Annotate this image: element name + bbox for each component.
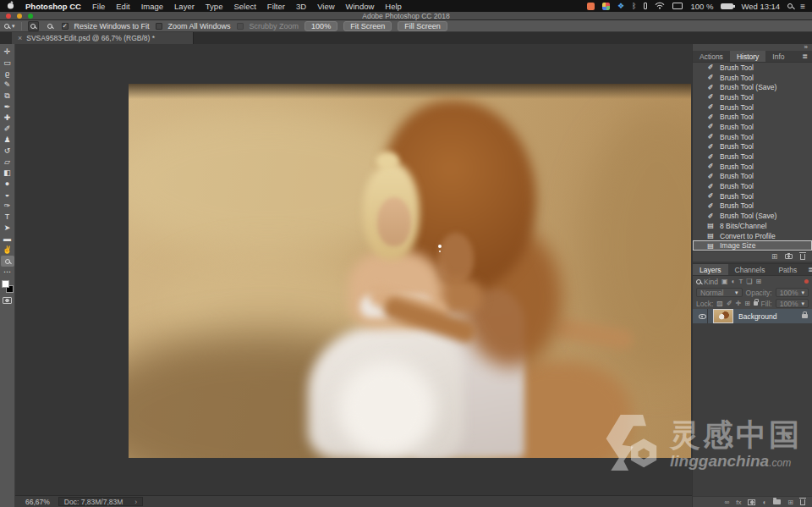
menu-clock[interactable]: Wed 13:14 (741, 2, 780, 11)
status-zoom-level[interactable]: 66,67% (25, 498, 50, 506)
notification-center-icon[interactable]: ≡ (800, 2, 805, 11)
history-step[interactable]: ✐Brush Tool (693, 162, 812, 172)
tab-info[interactable]: Info (765, 51, 791, 62)
lock-move-icon[interactable]: ✛ (736, 300, 742, 307)
history-step[interactable]: ▤Convert to Profile (693, 231, 812, 241)
tab-actions[interactable]: Actions (693, 51, 730, 62)
statusbar-app-icon-blue[interactable]: ❖ (617, 3, 624, 10)
layer-row-background[interactable]: Background (693, 309, 812, 323)
history-step[interactable]: ✐Brush Tool (693, 63, 812, 73)
zoom-100-button[interactable]: 100% (304, 21, 337, 31)
filter-kind-select[interactable]: Kind (696, 278, 718, 286)
menu-item-file[interactable]: File (92, 2, 105, 11)
document-tab[interactable]: × SVSA9583-Edit.psd @ 66,7% (RGB/8) * (12, 32, 194, 44)
menu-item-window[interactable]: Window (346, 2, 375, 11)
status-menu-arrow-icon[interactable]: › (134, 498, 137, 506)
document-info-box[interactable]: Doc: 7,83M/7,83M › (58, 497, 143, 506)
menu-item-3d[interactable]: 3D (296, 2, 306, 11)
apple-menu-icon[interactable] (7, 1, 14, 11)
menu-item-app[interactable]: Photoshop CC (25, 2, 81, 11)
crop-tool[interactable]: ⧉ (1, 91, 14, 102)
color-swatches[interactable] (2, 280, 14, 293)
history-step[interactable]: ✐Brush Tool (693, 112, 812, 122)
lock-transparency-icon[interactable]: ▨ (716, 300, 723, 307)
filter-adjustment-icon[interactable]: ◐ (732, 278, 736, 285)
collapse-panels-icon[interactable]: » (804, 44, 808, 51)
lock-all-icon[interactable] (754, 301, 758, 306)
opacity-select[interactable]: 100% ▾ (776, 288, 809, 297)
filter-toggle-red-dot[interactable] (804, 279, 809, 284)
statusbar-app-icon-orange[interactable] (587, 3, 595, 10)
layer-thumbnail[interactable] (713, 309, 733, 323)
add-layer-mask-icon[interactable] (748, 499, 755, 505)
filter-shape-icon[interactable]: ❏ (746, 278, 752, 285)
gradient-tool[interactable]: ◧ (1, 168, 14, 179)
path-selection-tool[interactable]: ➤ (1, 223, 14, 234)
hand-tool[interactable]: ✌ (1, 245, 14, 256)
eyedropper-tool[interactable]: ✒ (1, 102, 14, 113)
zoom-tool-selected[interactable] (1, 256, 14, 267)
canvas-area[interactable] (15, 44, 692, 495)
healing-brush-tool[interactable]: ✚ (1, 113, 14, 124)
tab-layers[interactable]: Layers (693, 264, 728, 275)
history-step[interactable]: ✐Brush Tool (693, 122, 812, 132)
blend-mode-select[interactable]: Normal ▾ (696, 288, 743, 297)
fill-screen-button[interactable]: Fill Screen (398, 21, 447, 31)
zoom-in-button[interactable] (28, 21, 39, 31)
new-layer-icon[interactable]: ⊞ (787, 499, 793, 506)
menu-item-image[interactable]: Image (141, 2, 163, 11)
menu-item-type[interactable]: Type (206, 2, 223, 11)
tab-channels[interactable]: Channels (728, 264, 772, 275)
marquee-tool[interactable]: ▭ (1, 58, 14, 69)
layer-visibility-cell[interactable] (697, 309, 708, 323)
wifi-icon[interactable] (655, 2, 665, 11)
statusbar-app-icon-grid[interactable] (602, 3, 610, 10)
filter-pixel-icon[interactable]: ▣ (721, 278, 728, 285)
shape-tool[interactable]: ▬ (1, 234, 14, 245)
bluetooth-icon[interactable]: ᛒ (632, 2, 636, 10)
history-step[interactable]: ✐Brush Tool (693, 191, 812, 201)
filter-type-icon[interactable]: T (738, 278, 743, 285)
menu-item-filter[interactable]: Filter (267, 2, 285, 11)
history-step[interactable]: ✐Brush Tool (693, 172, 812, 182)
adjustment-layer-icon[interactable]: ◐ (762, 499, 766, 506)
panel-menu-icon[interactable]: ≣ (798, 51, 812, 62)
lasso-tool[interactable]: ϱ (1, 69, 14, 80)
foreground-color-swatch[interactable] (2, 280, 9, 288)
menu-item-layer[interactable]: Layer (174, 2, 195, 11)
type-tool[interactable]: T (1, 212, 14, 223)
pen-tool[interactable]: ✑ (1, 201, 14, 212)
close-tab-icon[interactable]: × (18, 34, 22, 42)
history-step[interactable]: ✐Brush Tool (693, 142, 812, 152)
history-step[interactable]: ✐Brush Tool (693, 73, 812, 83)
brush-tool[interactable]: ✐ (1, 124, 14, 135)
eraser-tool[interactable]: ▱ (1, 157, 14, 168)
tab-paths[interactable]: Paths (771, 264, 804, 275)
history-step[interactable]: ✐Brush Tool (693, 201, 812, 212)
history-step[interactable]: ✐Brush Tool (693, 102, 812, 113)
history-brush-tool[interactable]: ↺ (1, 146, 14, 157)
zoom-out-button[interactable] (45, 21, 56, 31)
delete-layer-trash-icon[interactable] (800, 499, 805, 505)
spotlight-search-icon[interactable] (787, 3, 793, 8)
zoom-all-windows-checkbox[interactable] (156, 23, 162, 30)
move-tool[interactable]: ✛ (1, 47, 14, 58)
fit-screen-button[interactable]: Fit Screen (343, 21, 392, 31)
display-icon[interactable] (672, 3, 683, 9)
menu-item-help[interactable]: Help (385, 2, 402, 11)
new-snapshot-camera-icon[interactable] (785, 254, 793, 259)
tab-history[interactable]: History (730, 51, 765, 62)
blur-tool[interactable]: ● (1, 179, 14, 190)
active-tool-chip[interactable]: ▾ (4, 23, 15, 30)
history-step[interactable]: ✐Brush Tool (Save) (693, 82, 812, 92)
lock-artboard-icon[interactable]: ⊞ (744, 300, 750, 307)
quick-selection-tool[interactable]: ✎ (1, 80, 14, 91)
clone-stamp-tool[interactable]: ♟ (1, 135, 14, 146)
panel-menu-icon[interactable]: ≣ (804, 264, 812, 275)
history-step[interactable]: ✐Brush Tool (693, 92, 812, 102)
new-document-from-state-icon[interactable]: ⊞ (771, 252, 777, 261)
device-battery-icon[interactable] (644, 3, 647, 9)
link-layers-icon[interactable]: ∞ (725, 499, 730, 506)
history-step[interactable]: ✐Brush Tool (693, 132, 812, 142)
history-step[interactable]: ▤8 Bits/Channel (693, 221, 812, 231)
